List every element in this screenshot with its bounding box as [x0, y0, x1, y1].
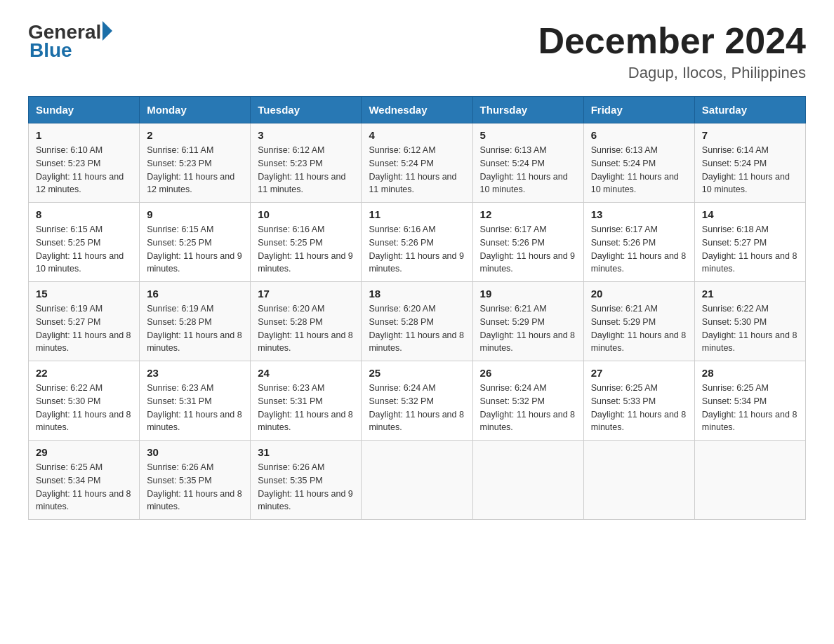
calendar-cell — [583, 441, 694, 520]
day-header-friday: Friday — [583, 97, 694, 123]
day-number: 2 — [147, 129, 243, 141]
day-header-saturday: Saturday — [694, 97, 805, 123]
day-info: Sunrise: 6:16 AMSunset: 5:26 PMDaylight:… — [369, 223, 465, 276]
week-row-2: 8Sunrise: 6:15 AMSunset: 5:25 PMDaylight… — [29, 203, 806, 282]
day-number: 17 — [258, 288, 354, 300]
day-header-tuesday: Tuesday — [251, 97, 362, 123]
calendar-cell: 18Sunrise: 6:20 AMSunset: 5:28 PMDayligh… — [362, 282, 472, 361]
calendar-cell: 20Sunrise: 6:21 AMSunset: 5:29 PMDayligh… — [583, 282, 694, 361]
day-number: 27 — [591, 367, 687, 379]
day-info: Sunrise: 6:19 AMSunset: 5:27 PMDaylight:… — [36, 302, 132, 355]
day-info: Sunrise: 6:14 AMSunset: 5:24 PMDaylight:… — [702, 144, 798, 196]
calendar-cell: 11Sunrise: 6:16 AMSunset: 5:26 PMDayligh… — [362, 203, 472, 282]
day-number: 5 — [480, 129, 576, 141]
calendar-cell: 17Sunrise: 6:20 AMSunset: 5:28 PMDayligh… — [251, 282, 362, 361]
calendar-cell: 30Sunrise: 6:26 AMSunset: 5:35 PMDayligh… — [140, 441, 251, 520]
day-number: 23 — [147, 367, 243, 379]
calendar-cell — [694, 441, 805, 520]
month-title: December 2024 — [538, 21, 806, 61]
day-number: 20 — [591, 288, 687, 300]
day-header-monday: Monday — [140, 97, 251, 123]
calendar-cell: 26Sunrise: 6:24 AMSunset: 5:32 PMDayligh… — [472, 361, 583, 441]
day-info: Sunrise: 6:18 AMSunset: 5:27 PMDaylight:… — [702, 223, 798, 276]
calendar-cell: 29Sunrise: 6:25 AMSunset: 5:34 PMDayligh… — [29, 441, 140, 520]
calendar-cell — [472, 441, 583, 520]
day-number: 15 — [36, 288, 132, 300]
day-info: Sunrise: 6:10 AMSunset: 5:23 PMDaylight:… — [36, 144, 132, 196]
day-info: Sunrise: 6:23 AMSunset: 5:31 PMDaylight:… — [147, 382, 243, 434]
calendar-cell: 2Sunrise: 6:11 AMSunset: 5:23 PMDaylight… — [140, 123, 251, 203]
day-number: 16 — [147, 288, 243, 300]
day-info: Sunrise: 6:23 AMSunset: 5:31 PMDaylight:… — [258, 382, 354, 434]
calendar-cell: 14Sunrise: 6:18 AMSunset: 5:27 PMDayligh… — [694, 203, 805, 282]
day-number: 19 — [480, 288, 576, 300]
day-info: Sunrise: 6:21 AMSunset: 5:29 PMDaylight:… — [480, 302, 576, 355]
day-info: Sunrise: 6:22 AMSunset: 5:30 PMDaylight:… — [702, 302, 798, 355]
day-info: Sunrise: 6:25 AMSunset: 5:33 PMDaylight:… — [591, 382, 687, 434]
day-number: 8 — [36, 208, 132, 220]
calendar-cell: 15Sunrise: 6:19 AMSunset: 5:27 PMDayligh… — [29, 282, 140, 361]
day-info: Sunrise: 6:20 AMSunset: 5:28 PMDaylight:… — [258, 302, 354, 355]
day-info: Sunrise: 6:13 AMSunset: 5:24 PMDaylight:… — [591, 144, 687, 196]
week-row-4: 22Sunrise: 6:22 AMSunset: 5:30 PMDayligh… — [29, 361, 806, 441]
day-info: Sunrise: 6:21 AMSunset: 5:29 PMDaylight:… — [591, 302, 687, 355]
calendar-cell: 24Sunrise: 6:23 AMSunset: 5:31 PMDayligh… — [251, 361, 362, 441]
day-number: 25 — [369, 367, 465, 379]
day-info: Sunrise: 6:17 AMSunset: 5:26 PMDaylight:… — [480, 223, 576, 276]
day-number: 4 — [369, 129, 465, 141]
day-number: 22 — [36, 367, 132, 379]
day-number: 14 — [702, 208, 798, 220]
day-number: 30 — [147, 446, 243, 458]
day-info: Sunrise: 6:24 AMSunset: 5:32 PMDaylight:… — [480, 382, 576, 434]
day-info: Sunrise: 6:25 AMSunset: 5:34 PMDaylight:… — [702, 382, 798, 434]
title-section: December 2024 Dagup, Ilocos, Philippines — [538, 21, 806, 82]
day-number: 31 — [258, 446, 354, 458]
calendar-cell: 13Sunrise: 6:17 AMSunset: 5:26 PMDayligh… — [583, 203, 694, 282]
calendar-cell: 3Sunrise: 6:12 AMSunset: 5:23 PMDaylight… — [251, 123, 362, 203]
day-info: Sunrise: 6:16 AMSunset: 5:25 PMDaylight:… — [258, 223, 354, 276]
week-row-5: 29Sunrise: 6:25 AMSunset: 5:34 PMDayligh… — [29, 441, 806, 520]
header: General Blue December 2024 Dagup, Ilocos… — [28, 21, 806, 82]
calendar-cell: 31Sunrise: 6:26 AMSunset: 5:35 PMDayligh… — [251, 441, 362, 520]
calendar-cell: 28Sunrise: 6:25 AMSunset: 5:34 PMDayligh… — [694, 361, 805, 441]
calendar-cell: 5Sunrise: 6:13 AMSunset: 5:24 PMDaylight… — [472, 123, 583, 203]
day-info: Sunrise: 6:20 AMSunset: 5:28 PMDaylight:… — [369, 302, 465, 355]
day-info: Sunrise: 6:26 AMSunset: 5:35 PMDaylight:… — [258, 461, 354, 514]
calendar-cell: 23Sunrise: 6:23 AMSunset: 5:31 PMDayligh… — [140, 361, 251, 441]
day-info: Sunrise: 6:13 AMSunset: 5:24 PMDaylight:… — [480, 144, 576, 196]
day-number: 3 — [258, 129, 354, 141]
day-info: Sunrise: 6:25 AMSunset: 5:34 PMDaylight:… — [36, 461, 132, 514]
logo-arrow-icon — [102, 21, 112, 41]
day-info: Sunrise: 6:15 AMSunset: 5:25 PMDaylight:… — [147, 223, 243, 276]
day-info: Sunrise: 6:17 AMSunset: 5:26 PMDaylight:… — [591, 223, 687, 276]
day-number: 13 — [591, 208, 687, 220]
location-title: Dagup, Ilocos, Philippines — [538, 64, 806, 82]
day-header-thursday: Thursday — [472, 97, 583, 123]
day-info: Sunrise: 6:26 AMSunset: 5:35 PMDaylight:… — [147, 461, 243, 514]
calendar-cell: 19Sunrise: 6:21 AMSunset: 5:29 PMDayligh… — [472, 282, 583, 361]
calendar-cell: 12Sunrise: 6:17 AMSunset: 5:26 PMDayligh… — [472, 203, 583, 282]
calendar-cell: 25Sunrise: 6:24 AMSunset: 5:32 PMDayligh… — [362, 361, 472, 441]
days-header-row: SundayMondayTuesdayWednesdayThursdayFrid… — [29, 97, 806, 123]
calendar-cell: 1Sunrise: 6:10 AMSunset: 5:23 PMDaylight… — [29, 123, 140, 203]
calendar-cell: 9Sunrise: 6:15 AMSunset: 5:25 PMDaylight… — [140, 203, 251, 282]
day-number: 11 — [369, 208, 465, 220]
day-info: Sunrise: 6:19 AMSunset: 5:28 PMDaylight:… — [147, 302, 243, 355]
day-header-wednesday: Wednesday — [362, 97, 472, 123]
day-number: 28 — [702, 367, 798, 379]
day-info: Sunrise: 6:11 AMSunset: 5:23 PMDaylight:… — [147, 144, 243, 196]
day-number: 7 — [702, 129, 798, 141]
day-number: 6 — [591, 129, 687, 141]
day-number: 18 — [369, 288, 465, 300]
day-number: 21 — [702, 288, 798, 300]
week-row-1: 1Sunrise: 6:10 AMSunset: 5:23 PMDaylight… — [29, 123, 806, 203]
calendar-cell: 27Sunrise: 6:25 AMSunset: 5:33 PMDayligh… — [583, 361, 694, 441]
calendar-table: SundayMondayTuesdayWednesdayThursdayFrid… — [28, 96, 806, 520]
day-number: 12 — [480, 208, 576, 220]
day-info: Sunrise: 6:15 AMSunset: 5:25 PMDaylight:… — [36, 223, 132, 276]
day-info: Sunrise: 6:12 AMSunset: 5:24 PMDaylight:… — [369, 144, 465, 196]
calendar-cell: 7Sunrise: 6:14 AMSunset: 5:24 PMDaylight… — [694, 123, 805, 203]
day-info: Sunrise: 6:24 AMSunset: 5:32 PMDaylight:… — [369, 382, 465, 434]
calendar-cell: 21Sunrise: 6:22 AMSunset: 5:30 PMDayligh… — [694, 282, 805, 361]
logo: General Blue — [28, 21, 112, 62]
